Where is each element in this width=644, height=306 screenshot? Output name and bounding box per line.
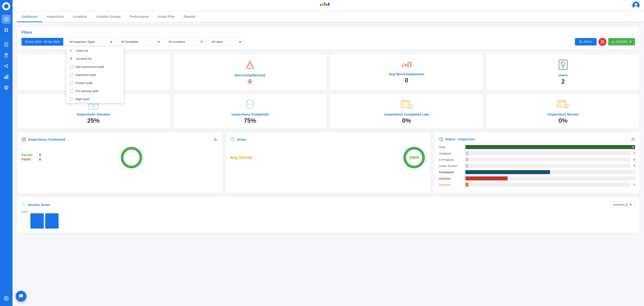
self-assessment-label: Self assessment audit: [76, 65, 104, 69]
checkbox-inspection-audit: [70, 73, 73, 77]
score-donut: 100%: [402, 145, 426, 170]
avg-non-compliances-value: 0: [405, 77, 408, 84]
tab-location-groups[interactable]: Location Groups: [92, 12, 125, 22]
status-completed-value: 2: [632, 170, 634, 174]
tab-inspections[interactable]: Inspections: [42, 12, 68, 22]
selected-chevron: ▼: [629, 203, 632, 206]
locations-select[interactable]: All Locations: [165, 38, 206, 46]
inspection-types-select[interactable]: All Inspection Types: [66, 38, 115, 46]
filters-section: Filters 05 Mar 2024 - 03 Apr 2024 All In…: [17, 27, 640, 50]
templates-select[interactable]: All Templates: [118, 38, 162, 46]
status-total-value: 4: [632, 145, 634, 149]
dropdown-check-all[interactable]: ✓ Check All: [66, 47, 124, 55]
user-avatar[interactable]: [632, 2, 640, 10]
status-rejected-bar: [465, 183, 469, 187]
status-in-progress-label: In Progress: [439, 158, 464, 161]
chat-button[interactable]: [16, 291, 26, 301]
completed-label: Inspections Completed: [232, 112, 268, 116]
dropdown-item-product-audit[interactable]: Product audit: [66, 79, 124, 87]
status-items: Total 4 Assigned 0 In Progress: [439, 145, 635, 187]
svg-rect-61: [558, 101, 566, 107]
sidebar-item-clipboard[interactable]: [2, 51, 11, 60]
metric-missed: Inspections Missed 0%: [486, 94, 640, 129]
status-completed-bar-container: 2: [465, 170, 635, 174]
overdue-value: 25%: [87, 117, 100, 124]
svg-rect-51: [401, 101, 409, 107]
status-total-label: Total: [439, 146, 464, 149]
apply-button[interactable]: APPLY: [575, 38, 596, 46]
dropdown-item-pre-opening[interactable]: Pre opening audit: [66, 87, 124, 95]
dropdown-item-self-assessment[interactable]: Self assessment audit: [66, 63, 124, 71]
sidebar-item-settings[interactable]: [2, 294, 11, 303]
logo-image: ———: [320, 2, 330, 9]
score-bar-1: [30, 213, 44, 228]
conducted-header: Inspections Conducted: [22, 137, 218, 142]
completed-late-icon: [400, 99, 413, 111]
status-in-progress-bar-container: [465, 158, 630, 162]
tab-action-plan[interactable]: Action Plan: [153, 12, 179, 22]
score-avg-label: Avg Overall: [230, 155, 397, 160]
section-score-title: Section Score: [28, 203, 50, 207]
templates-dropdown[interactable]: All Templates ▼: [118, 38, 162, 46]
export-label: EXPORT: [616, 40, 628, 44]
svg-rect-32: [249, 65, 251, 66]
stat-avg-non-compliances: Avg Non-Compliances 0: [330, 54, 483, 91]
completed-value: 75%: [244, 117, 256, 124]
section-score-title-wrap: Section Score: [22, 203, 50, 207]
status-under-review-label: Under Review: [439, 164, 464, 168]
status-overdue-bar-container: 1: [465, 176, 635, 180]
status-assigned-bar-container: [465, 151, 630, 155]
status-completed-bar: [465, 170, 550, 174]
status-total-bar-container: 4: [465, 145, 635, 149]
export-button[interactable]: EXPORT ▼: [608, 38, 635, 46]
stat-non-compliances: Non-Compliance(s) 0: [174, 54, 326, 91]
svg-rect-73: [24, 140, 26, 141]
sidebar-item-megaphone[interactable]: [2, 62, 11, 71]
svg-rect-3: [7, 29, 8, 30]
completed-late-label: Inspections Completed Late: [384, 112, 429, 116]
status-download[interactable]: [631, 137, 635, 141]
status-in-progress-bar: [465, 158, 469, 162]
svg-rect-36: [407, 63, 409, 67]
conducted-download[interactable]: [214, 137, 218, 142]
check-all-icon: ✓: [70, 49, 74, 52]
sidebar-item-target[interactable]: [2, 83, 11, 92]
tab-locations[interactable]: Locations: [68, 12, 92, 22]
sidebar-logo[interactable]: [2, 2, 10, 10]
users-value: 2: [561, 78, 565, 85]
nav-tabs: Dashboard Inspections Locations Location…: [12, 11, 644, 22]
status-completed: Completed 2: [439, 170, 635, 174]
status-under-review-bar: [465, 164, 469, 168]
section-score-header: Section Score selected (2) ▼: [22, 201, 635, 208]
sidebar-item-home[interactable]: [2, 15, 11, 24]
completed-icon: [244, 99, 256, 111]
locations-dropdown[interactable]: All Locations ▼: [165, 38, 206, 46]
svg-point-20: [6, 298, 7, 299]
sidebar-item-chart[interactable]: [2, 72, 11, 81]
users-dropdown[interactable]: All Users ▼: [208, 38, 244, 46]
users-select[interactable]: All Users: [208, 38, 244, 46]
passed-row: Passed 2: [22, 153, 41, 157]
reset-button[interactable]: [598, 38, 606, 46]
non-compliances-icon: [244, 59, 256, 71]
svg-point-40: [562, 66, 564, 67]
status-overdue-bar: [465, 176, 508, 180]
dropdown-uncheck-all[interactable]: ✕ Uncheck All: [66, 55, 124, 63]
svg-rect-33: [250, 66, 251, 67]
date-range-button[interactable]: 05 Mar 2024 - 03 Apr 2024: [22, 38, 63, 46]
sidebar-item-grid[interactable]: [2, 26, 11, 35]
uncheck-all-icon: ✕: [70, 57, 74, 61]
tab-performance[interactable]: Performance: [125, 12, 154, 22]
selected-badge[interactable]: selected (2) ▼: [610, 201, 635, 208]
dropdown-item-inspection-audit[interactable]: Inspection audit: [66, 71, 124, 79]
inspection-types-dropdown[interactable]: All Inspection Types ▼ ✓ Check All ✕ Unc…: [66, 38, 115, 46]
status-rejected-label: Rejected: [439, 183, 464, 186]
svg-rect-70: [22, 137, 24, 139]
sidebar: [0, 0, 12, 306]
tab-reports[interactable]: Reports: [179, 12, 200, 22]
status-under-review-bar-container: [465, 164, 630, 168]
dropdown-item-night-audit[interactable]: Night audit: [66, 95, 124, 103]
sidebar-item-document[interactable]: [2, 40, 11, 49]
tab-dashboard[interactable]: Dashboard: [17, 12, 42, 22]
missed-icon: [557, 99, 569, 111]
